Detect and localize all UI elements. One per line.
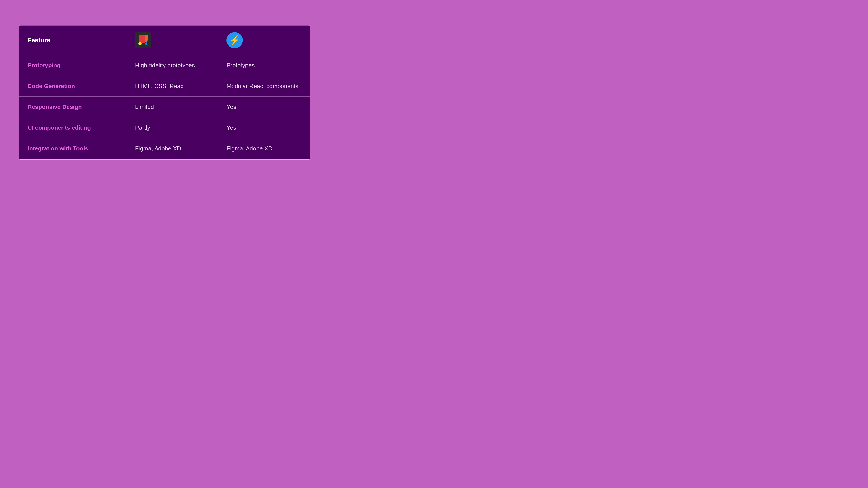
table-cell-col2: Yes (218, 97, 310, 118)
tool2-logo-cell: ⚡ (218, 26, 310, 55)
table-row: Prototyping High-fidelity prototypes Pro… (20, 55, 310, 76)
svg-point-1 (138, 42, 142, 45)
svg-point-2 (145, 42, 147, 45)
table-row: Code Generation HTML, CSS, React Modular… (20, 76, 310, 97)
table-cell-col1: HTML, CSS, React (127, 76, 218, 97)
table-header-row: Feature (20, 26, 310, 55)
tool2-logo: ⚡ (226, 32, 243, 48)
table-cell-col2: Modular React components (218, 76, 310, 97)
lightning-icon: ⚡ (229, 36, 240, 44)
feature-label: Integration with Tools (20, 138, 127, 159)
tool1-logo-svg (135, 32, 151, 48)
table-cell-col1: Partly (127, 118, 218, 138)
table-cell-col1: Limited (127, 97, 218, 118)
table-row: UI components editing Partly Yes (20, 118, 310, 138)
table-row: Responsive Design Limited Yes (20, 97, 310, 118)
table-cell-col1: High-fidelity prototypes (127, 55, 218, 76)
feature-column-header: Feature (20, 26, 127, 55)
tool1-logo-cell (127, 26, 218, 55)
table-cell-col2: Figma, Adobe XD (218, 138, 310, 159)
feature-label: Prototyping (20, 55, 127, 76)
feature-label: Responsive Design (20, 97, 127, 118)
table-cell-col2: Yes (218, 118, 310, 138)
feature-label: UI components editing (20, 118, 127, 138)
feature-label: Code Generation (20, 76, 127, 97)
table-cell-col1: Figma, Adobe XD (127, 138, 218, 159)
tool1-logo (135, 32, 151, 48)
feature-table: Feature (19, 25, 310, 159)
table-body: Prototyping High-fidelity prototypes Pro… (20, 55, 310, 159)
table-cell-col2: Prototypes (218, 55, 310, 76)
table-row: Integration with Tools Figma, Adobe XD F… (20, 138, 310, 159)
comparison-table: Feature (19, 25, 310, 160)
